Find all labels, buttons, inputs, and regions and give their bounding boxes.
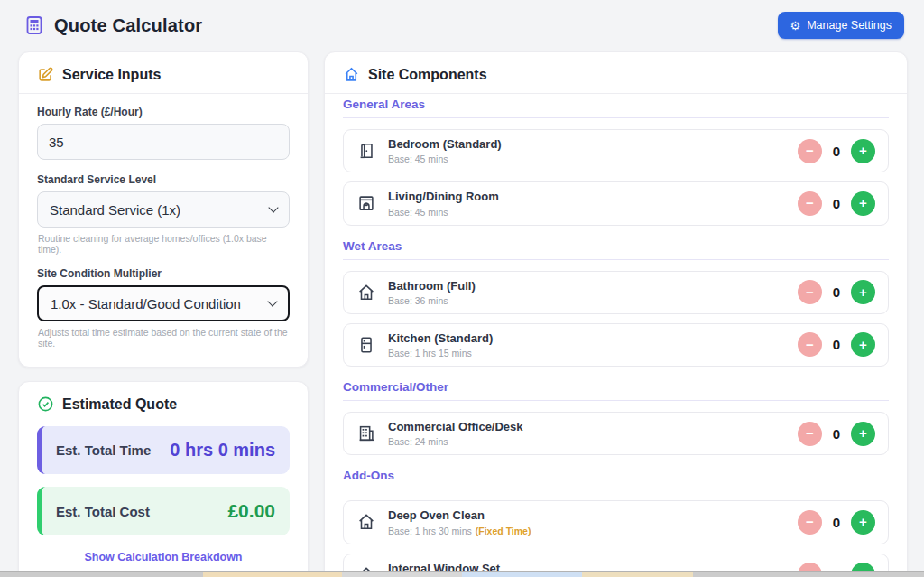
increase-count-button[interactable]: + — [851, 139, 875, 163]
service-inputs-title: Service Inputs — [62, 67, 161, 83]
section-heading: General Areas — [343, 98, 889, 118]
component-name: Deep Oven Clean — [388, 508, 531, 523]
component-row: Commercial Office/DeskBase: 24 mins−0+ — [343, 412, 889, 455]
service-level-help: Routine cleaning for average homes/offic… — [38, 233, 289, 255]
site-components-title: Site Components — [368, 67, 487, 83]
increase-count-button[interactable]: + — [851, 510, 875, 535]
component-row: Bathroom (Full)Base: 36 mins−0+ — [343, 271, 889, 314]
total-time-label: Est. Total Time — [56, 442, 151, 458]
manage-settings-label: Manage Settings — [807, 19, 892, 32]
fridge-icon — [356, 335, 376, 355]
component-name: Bedroom (Standard) — [388, 137, 502, 152]
estimated-quote-card: Estimated Quote Est. Total Time 0 hrs 0 … — [18, 381, 309, 577]
decrease-count-button[interactable]: − — [798, 510, 822, 535]
component-count: 0 — [832, 337, 841, 352]
house-icon — [356, 283, 376, 302]
component-name: Living/Dining Room — [388, 190, 499, 204]
check-circle-icon — [37, 396, 54, 413]
component-base-time: Base: 1 hrs 30 mins(Fixed Time) — [388, 526, 531, 536]
door-icon — [356, 141, 376, 161]
house-icon — [356, 512, 376, 532]
component-base-time: Base: 24 mins — [388, 436, 523, 447]
component-count: 0 — [832, 196, 841, 211]
edit-pencil-icon — [37, 66, 54, 83]
house-icon — [343, 66, 360, 83]
show-breakdown-link[interactable]: Show Calculation Breakdown — [37, 551, 290, 563]
component-row: Deep Oven CleanBase: 1 hrs 30 mins(Fixed… — [343, 500, 889, 544]
estimated-quote-title: Estimated Quote — [62, 396, 177, 413]
section-heading: Commercial/Other — [343, 380, 889, 401]
component-row: Kitchen (Standard)Base: 1 hrs 15 mins−0+ — [343, 323, 889, 367]
decrease-count-button[interactable]: − — [798, 280, 822, 304]
component-name: Kitchen (Standard) — [388, 331, 493, 346]
total-cost-value: £0.00 — [227, 500, 275, 522]
decrease-count-button[interactable]: − — [798, 332, 822, 357]
component-count: 0 — [832, 515, 841, 530]
total-time-value: 0 hrs 0 mins — [170, 440, 275, 461]
component-row: Bedroom (Standard)Base: 45 mins−0+ — [343, 129, 889, 172]
service-level-value: Standard Service (1x) — [50, 202, 180, 218]
site-components-card: Site Components General AreasBedroom (St… — [324, 51, 908, 577]
site-condition-select[interactable]: 1.0x - Standard/Good Condition — [37, 285, 290, 321]
section-heading: Wet Areas — [343, 239, 889, 260]
increase-count-button[interactable]: + — [851, 191, 875, 216]
component-name: Commercial Office/Desk — [388, 420, 523, 434]
total-cost-box: Est. Total Cost £0.00 — [37, 487, 290, 535]
component-count: 0 — [832, 426, 841, 442]
site-condition-help: Adjusts total time estimate based on the… — [38, 327, 289, 349]
increase-count-button[interactable]: + — [851, 422, 875, 446]
component-base-time: Base: 45 mins — [388, 154, 502, 164]
fixed-time-tag: (Fixed Time) — [476, 526, 531, 536]
component-base-time: Base: 1 hrs 15 mins — [388, 348, 493, 358]
component-base-time: Base: 45 mins — [388, 207, 499, 218]
component-count: 0 — [832, 144, 841, 159]
service-level-select[interactable]: Standard Service (1x) — [37, 191, 290, 228]
section-heading: Add-Ons — [343, 469, 889, 489]
building-icon — [356, 423, 376, 443]
app-header: Quote Calculator ⚙ Manage Settings — [0, 0, 924, 48]
service-level-label: Standard Service Level — [37, 173, 290, 186]
manage-settings-button[interactable]: ⚙ Manage Settings — [778, 12, 904, 39]
page-title: Quote Calculator — [54, 15, 202, 36]
site-components-sections: General AreasBedroom (Standard)Base: 45 … — [325, 94, 907, 577]
hourly-rate-label: Hourly Rate (£/Hour) — [37, 106, 290, 118]
decrease-count-button[interactable]: − — [798, 139, 822, 163]
site-condition-label: Site Condition Multiplier — [37, 267, 290, 280]
increase-count-button[interactable]: + — [851, 332, 875, 357]
total-time-box: Est. Total Time 0 hrs 0 mins — [37, 426, 290, 474]
hourly-rate-input[interactable] — [37, 124, 290, 160]
fireplace-icon — [356, 193, 376, 213]
service-inputs-card: Service Inputs Hourly Rate (£/Hour) Stan… — [18, 51, 309, 368]
total-cost-label: Est. Total Cost — [56, 504, 150, 519]
background-window-sliver — [0, 571, 924, 577]
gear-icon: ⚙ — [790, 20, 801, 32]
decrease-count-button[interactable]: − — [798, 191, 822, 216]
site-condition-value: 1.0x - Standard/Good Condition — [51, 296, 241, 312]
chevron-down-icon — [267, 296, 277, 306]
component-name: Bathroom (Full) — [388, 279, 476, 293]
component-count: 0 — [832, 284, 841, 300]
increase-count-button[interactable]: + — [851, 280, 875, 304]
component-row: Living/Dining RoomBase: 45 mins−0+ — [343, 181, 889, 225]
component-base-time: Base: 36 mins — [388, 295, 476, 306]
chevron-down-icon — [268, 202, 278, 212]
decrease-count-button[interactable]: − — [798, 422, 822, 446]
calculator-icon — [23, 14, 45, 36]
